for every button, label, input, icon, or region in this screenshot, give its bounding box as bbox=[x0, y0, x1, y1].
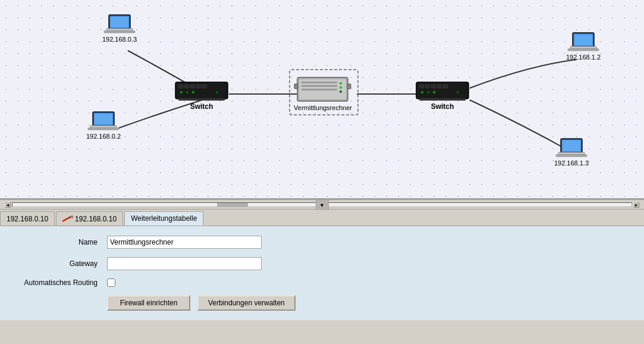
svg-rect-35 bbox=[416, 82, 469, 99]
svg-rect-49 bbox=[574, 35, 592, 45]
svg-rect-22 bbox=[178, 98, 225, 101]
svg-point-20 bbox=[192, 91, 194, 93]
connection-line bbox=[470, 60, 577, 88]
svg-point-41 bbox=[421, 91, 423, 93]
svg-rect-61 bbox=[71, 216, 73, 218]
svg-point-43 bbox=[433, 91, 435, 93]
svg-rect-51 bbox=[568, 49, 599, 51]
node-laptop2[interactable]: 192.168.0.2 bbox=[86, 112, 121, 140]
svg-rect-40 bbox=[443, 85, 448, 88]
svg-text:Switch: Switch bbox=[190, 102, 213, 111]
svg-rect-50 bbox=[570, 46, 596, 49]
form-panel: Name Gateway Automatisches Routing Firew… bbox=[0, 226, 644, 320]
svg-point-19 bbox=[186, 91, 189, 93]
svg-rect-15 bbox=[190, 85, 195, 88]
svg-text:192.168.1.2: 192.168.1.2 bbox=[566, 54, 601, 61]
svg-rect-12 bbox=[175, 82, 228, 99]
canvas-toggle-button[interactable]: ▼ bbox=[316, 200, 329, 210]
svg-rect-38 bbox=[431, 85, 436, 88]
tab-192-168-0-10-second[interactable]: 192.168.0.10 bbox=[56, 211, 123, 226]
svg-point-29 bbox=[340, 82, 342, 85]
name-label: Name bbox=[12, 238, 107, 246]
node-laptop3[interactable]: 192.168.1.2 bbox=[566, 33, 601, 61]
svg-rect-13 bbox=[178, 85, 183, 88]
svg-rect-57 bbox=[556, 155, 587, 157]
svg-rect-9 bbox=[90, 126, 117, 128]
canvas-scrollbar[interactable]: ◄ ► ▼ bbox=[0, 199, 644, 209]
routing-checkbox[interactable] bbox=[107, 279, 115, 287]
tab-weiterleitungstabelle[interactable]: Weiterleitungstabelle bbox=[124, 211, 203, 226]
svg-rect-33 bbox=[347, 84, 351, 89]
svg-rect-56 bbox=[558, 152, 585, 155]
svg-rect-17 bbox=[202, 85, 207, 88]
svg-point-42 bbox=[427, 91, 429, 93]
scrollbar-thumb[interactable] bbox=[217, 203, 248, 207]
svg-rect-27 bbox=[301, 85, 337, 87]
cable-icon bbox=[62, 215, 73, 223]
svg-rect-4 bbox=[104, 31, 135, 33]
svg-rect-32 bbox=[294, 84, 298, 89]
tab-bar: 192.168.0.10 192.168.0.10 Weiterleitungs… bbox=[0, 209, 644, 226]
svg-text:192.168.0.2: 192.168.0.2 bbox=[86, 133, 121, 140]
node-switch2[interactable]: Switch bbox=[416, 82, 469, 111]
gateway-label: Gateway bbox=[12, 259, 107, 268]
svg-rect-3 bbox=[106, 29, 133, 31]
connections-button[interactable]: Verbindungen verwalten bbox=[197, 295, 296, 311]
network-canvas: 192.168.0.3 192.168.0.2 bbox=[0, 0, 644, 199]
svg-point-30 bbox=[340, 86, 342, 89]
svg-text:Switch: Switch bbox=[431, 102, 454, 111]
svg-point-44 bbox=[457, 91, 459, 93]
node-laptop4[interactable]: 192.168.1.3 bbox=[554, 139, 589, 167]
firewall-button[interactable]: Firewall einrichten bbox=[107, 295, 190, 311]
gateway-row: Gateway bbox=[12, 257, 632, 270]
name-input[interactable] bbox=[107, 236, 262, 249]
svg-rect-8 bbox=[95, 114, 112, 124]
node-laptop1[interactable]: 192.168.0.3 bbox=[102, 15, 137, 43]
svg-rect-16 bbox=[196, 85, 201, 88]
node-router[interactable]: Vermittlungsrechner bbox=[290, 70, 358, 115]
svg-rect-2 bbox=[111, 17, 128, 27]
svg-point-18 bbox=[180, 91, 183, 93]
svg-rect-45 bbox=[419, 98, 466, 101]
routing-label: Automatisches Routing bbox=[12, 279, 107, 287]
svg-point-31 bbox=[340, 90, 342, 93]
scroll-left-arrow[interactable]: ◄ bbox=[5, 202, 11, 208]
svg-rect-39 bbox=[437, 85, 442, 88]
routing-row: Automatisches Routing bbox=[12, 279, 632, 287]
svg-text:192.168.0.3: 192.168.0.3 bbox=[102, 36, 137, 43]
svg-rect-36 bbox=[419, 85, 424, 88]
tab-192-168-0-10-first[interactable]: 192.168.0.10 bbox=[0, 211, 55, 226]
svg-rect-37 bbox=[425, 85, 430, 88]
svg-point-21 bbox=[216, 91, 218, 93]
svg-rect-10 bbox=[88, 128, 119, 130]
svg-rect-28 bbox=[301, 89, 337, 90]
svg-text:192.168.1.3: 192.168.1.3 bbox=[554, 160, 589, 167]
connection-line bbox=[470, 100, 571, 152]
button-row: Firewall einrichten Verbindungen verwalt… bbox=[12, 295, 632, 311]
svg-rect-55 bbox=[563, 140, 580, 151]
bottom-panel: 192.168.0.10 192.168.0.10 Weiterleitungs… bbox=[0, 209, 644, 320]
scroll-right-arrow[interactable]: ► bbox=[633, 202, 639, 208]
gateway-input[interactable] bbox=[107, 257, 262, 270]
svg-text:Vermittlungsrechner: Vermittlungsrechner bbox=[294, 104, 352, 111]
svg-rect-14 bbox=[184, 85, 189, 88]
name-row: Name bbox=[12, 236, 632, 249]
svg-rect-26 bbox=[301, 82, 337, 83]
